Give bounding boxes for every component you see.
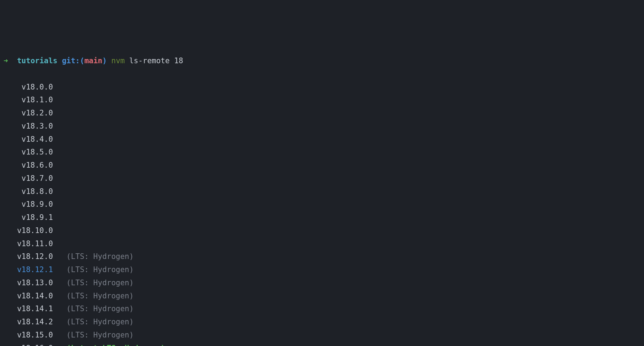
- version-line: v18.7.0: [4, 172, 640, 185]
- version-line: v18.13.0(LTS: Hydrogen): [4, 276, 640, 290]
- version-number: v18.15.0: [4, 329, 53, 342]
- version-line: v18.12.0(LTS: Hydrogen): [4, 250, 640, 263]
- git-prefix: git:(: [62, 56, 84, 65]
- git-suffix: ): [102, 56, 107, 65]
- version-line: v18.0.0: [4, 81, 640, 94]
- lts-label: (LTS: Hydrogen): [66, 290, 134, 303]
- version-line: v18.14.0(LTS: Hydrogen): [4, 290, 640, 303]
- version-line: v18.14.1(LTS: Hydrogen): [4, 302, 640, 315]
- version-line: v18.11.0: [4, 237, 640, 250]
- git-branch: main: [84, 56, 103, 65]
- version-number: v18.0.0: [4, 81, 53, 94]
- prompt-directory: tutorials: [17, 56, 58, 65]
- version-number: v18.12.0: [4, 250, 53, 263]
- command-output: v18.0.0v18.1.0v18.2.0v18.3.0v18.4.0v18.5…: [4, 81, 640, 346]
- version-line: v18.4.0: [4, 133, 640, 146]
- lts-label: (LTS: Hydrogen): [66, 302, 134, 315]
- version-number: v18.14.2: [4, 315, 53, 329]
- version-line: v18.3.0: [4, 120, 640, 133]
- version-number: v18.9.1: [4, 211, 53, 224]
- version-number: v18.16.0: [4, 342, 53, 346]
- version-line: v18.2.0: [4, 107, 640, 120]
- command-args: ls-remote 18: [129, 56, 183, 65]
- version-number: v18.3.0: [4, 120, 53, 133]
- lts-label: (LTS: Hydrogen): [66, 315, 134, 329]
- version-line: v18.10.0: [4, 224, 640, 237]
- version-line: v18.9.1: [4, 211, 640, 224]
- lts-label: (LTS: Hydrogen): [66, 263, 134, 276]
- version-number: v18.1.0: [4, 93, 53, 107]
- version-number: v18.11.0: [4, 237, 53, 250]
- version-line: v18.9.0: [4, 198, 640, 211]
- version-number: v18.8.0: [4, 185, 53, 198]
- version-number: v18.6.0: [4, 159, 53, 172]
- lts-latest-label: (Latest LTS: Hydrogen): [66, 342, 165, 346]
- version-number: v18.4.0: [4, 133, 53, 146]
- version-line: v18.5.0: [4, 146, 640, 159]
- version-number: v18.13.0: [4, 276, 53, 290]
- version-line: v18.1.0: [4, 93, 640, 107]
- version-number: v18.14.1: [4, 302, 53, 315]
- version-line: v18.8.0: [4, 185, 640, 198]
- lts-label: (LTS: Hydrogen): [66, 276, 134, 290]
- version-line: v18.15.0(LTS: Hydrogen): [4, 329, 640, 342]
- command: nvm: [111, 56, 125, 65]
- version-number: v18.7.0: [4, 172, 53, 185]
- version-line: v18.14.2(LTS: Hydrogen): [4, 315, 640, 329]
- version-line: v18.16.0(Latest LTS: Hydrogen): [4, 342, 640, 346]
- version-number: v18.2.0: [4, 107, 53, 120]
- lts-label: (LTS: Hydrogen): [66, 329, 134, 342]
- lts-label: (LTS: Hydrogen): [66, 250, 134, 263]
- version-line: v18.6.0: [4, 159, 640, 172]
- version-number: v18.9.0: [4, 198, 53, 211]
- version-line: v18.12.1(LTS: Hydrogen): [4, 263, 640, 276]
- prompt-line[interactable]: ➜ tutorials git:(main) nvm ls-remote 18: [4, 54, 640, 67]
- version-number: v18.12.1: [4, 263, 53, 276]
- arrow-icon: ➜: [4, 56, 8, 65]
- version-number: v18.10.0: [4, 224, 53, 237]
- version-number: v18.14.0: [4, 290, 53, 303]
- version-number: v18.5.0: [4, 146, 53, 159]
